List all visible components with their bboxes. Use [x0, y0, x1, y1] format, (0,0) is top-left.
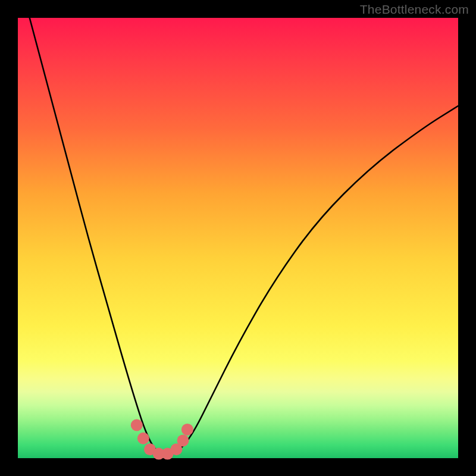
- curve-marker: [181, 424, 193, 436]
- plot-area: [18, 18, 458, 458]
- curve-marker: [177, 434, 189, 446]
- curve-markers: [131, 419, 193, 460]
- curve-marker: [137, 433, 149, 444]
- watermark-text: TheBottleneck.com: [360, 2, 469, 17]
- curve-marker: [131, 419, 143, 431]
- chart-frame: TheBottleneck.com: [0, 0, 476, 476]
- bottleneck-curve: [18, 0, 458, 454]
- chart-svg: [18, 18, 458, 458]
